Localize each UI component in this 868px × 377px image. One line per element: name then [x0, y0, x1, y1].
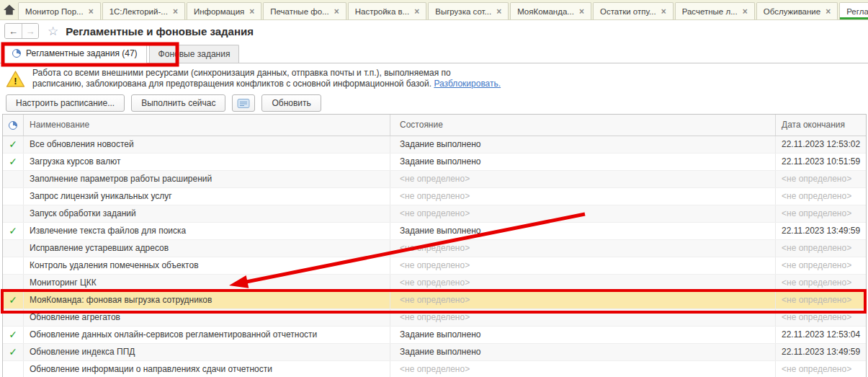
job-name: Запуск обработки заданий — [23, 205, 390, 222]
table-row[interactable]: ✓ Загрузка курсов валют Задание выполнен… — [3, 154, 866, 171]
back-icon: ← — [9, 26, 18, 37]
browser-tab-label: Печатные фо... — [270, 7, 328, 16]
actions-toolbar: Настроить расписание... Выполнить сейчас… — [0, 92, 868, 114]
browser-tab[interactable]: Остатки отпу... × — [593, 2, 674, 19]
close-icon[interactable]: × — [334, 7, 339, 16]
table-row[interactable]: Заполнение параметров работы расширений … — [3, 171, 866, 188]
configure-schedule-button[interactable]: Настроить расписание... — [6, 94, 125, 112]
browser-tab[interactable]: Монитор Пор... × — [18, 2, 101, 19]
column-header-name[interactable]: Наименование — [23, 115, 390, 136]
table-row[interactable]: ✓ Все обновления новостей Задание выполн… — [3, 136, 866, 154]
home-icon — [3, 4, 16, 16]
job-end-date: 22.11.2023 13:49:59 — [775, 344, 866, 360]
table-row[interactable]: Запуск обработки заданий <не определено>… — [3, 205, 866, 223]
browser-tab-label: Монитор Пор... — [25, 7, 84, 16]
browser-tab-label: Информация — [194, 7, 244, 16]
job-status-cell — [3, 361, 23, 377]
job-state: Задание выполнено — [390, 327, 775, 343]
browser-tab[interactable]: Расчетные л... × — [675, 2, 755, 19]
back-button[interactable]: ← — [5, 24, 22, 38]
check-icon: ✓ — [9, 156, 17, 167]
table-body: ✓ Все обновления новостей Задание выполн… — [3, 136, 866, 377]
run-now-button[interactable]: Выполнить сейчас — [131, 94, 225, 112]
tab-scheduled-jobs[interactable]: Регламентные задания (47) — [3, 43, 147, 63]
unlock-link[interactable]: Разблокировать. — [434, 79, 501, 89]
refresh-button[interactable]: Обновить — [261, 94, 321, 112]
close-icon[interactable]: × — [89, 7, 94, 16]
browser-tab[interactable]: Выгрузка сот... × — [428, 2, 509, 19]
job-end-date: 22.11.2023 10:51:59 — [775, 154, 866, 170]
job-status-cell — [3, 257, 23, 274]
journal-icon — [237, 98, 250, 109]
close-icon[interactable]: × — [496, 7, 501, 16]
favorites-star-icon[interactable]: ☆ — [48, 24, 58, 39]
close-icon[interactable]: × — [414, 7, 419, 16]
table-row[interactable]: ✓ Обновление данных онлайн-сервисов регл… — [3, 327, 866, 344]
job-state: Задание выполнено — [390, 154, 775, 170]
job-end-date: <не определено> — [775, 257, 866, 274]
job-name: Загрузка курсов валют — [23, 154, 390, 170]
job-status-cell: ✓ — [3, 292, 23, 309]
job-name: Заполнение параметров работы расширений — [23, 171, 390, 187]
table-row[interactable]: ✓ Извлечение текста файлов для поиска За… — [3, 223, 866, 240]
table-row[interactable]: Контроль удаления помеченных объектов <н… — [3, 257, 866, 275]
job-end-date: 22.11.2023 13:49:59 — [775, 223, 866, 239]
job-name: МояКоманда: фоновая выгрузка сотрудников — [23, 292, 390, 309]
column-header-end-date[interactable]: Дата окончания — [775, 115, 866, 136]
browser-tab[interactable]: Печатные фо... × — [263, 2, 346, 19]
job-status-cell — [3, 240, 23, 257]
browser-tab[interactable]: Информация × — [187, 2, 261, 19]
job-state: <не определено> — [390, 240, 775, 257]
job-status-cell — [3, 275, 23, 291]
job-name: Исправление устаревших адресов — [23, 240, 390, 257]
table-row[interactable]: Исправление устаревших адресов <не опред… — [3, 240, 866, 257]
jobs-table: Наименование Состояние Дата окончания ✓ … — [2, 114, 867, 377]
browser-tab[interactable]: Обслуживание × — [756, 2, 838, 19]
browser-tab-label: Расчетные л... — [682, 7, 738, 16]
column-header-state[interactable]: Состояние — [390, 115, 775, 136]
table-row[interactable]: ✓ Обновление индекса ППД Задание выполне… — [3, 344, 866, 361]
job-end-date: <не определено> — [775, 309, 866, 326]
forward-icon: → — [26, 26, 35, 37]
job-name: Обновление данных онлайн-сервисов реглам… — [23, 327, 390, 343]
job-type-tabs: Регламентные задания (47) Фоновые задани… — [0, 42, 868, 63]
table-row[interactable]: Обновление информации о направлениях сда… — [3, 361, 866, 377]
home-button[interactable] — [3, 0, 16, 19]
close-icon[interactable]: × — [826, 7, 831, 16]
job-state: <не определено> — [390, 257, 775, 274]
close-icon[interactable]: × — [173, 7, 178, 16]
job-end-date: <не определено> — [775, 205, 866, 222]
close-icon[interactable]: × — [661, 7, 666, 16]
column-header-status[interactable] — [3, 115, 23, 136]
warning-banner: ! Работа со всеми внешними ресурсами (си… — [0, 63, 868, 92]
tab-background-jobs[interactable]: Фоновые задания — [149, 45, 240, 63]
browser-tab[interactable]: МояКоманда... × — [510, 2, 591, 19]
job-end-date: 22.11.2023 12:53:02 — [775, 136, 866, 153]
table-row[interactable]: Мониторинг ЦКК <не определено> <не опред… — [3, 275, 866, 292]
forward-button[interactable]: → — [22, 24, 38, 38]
warning-icon: ! — [6, 70, 25, 88]
browser-tab-label: Остатки отпу... — [600, 7, 656, 16]
close-icon[interactable]: × — [579, 7, 584, 16]
job-end-date: <не определено> — [775, 171, 866, 187]
close-icon[interactable]: × — [743, 7, 748, 16]
job-state: Задание выполнено — [390, 344, 775, 360]
job-status-cell — [3, 205, 23, 222]
browser-tab[interactable]: 1С:Лекторий-... × — [102, 2, 185, 19]
job-state: <не определено> — [390, 361, 775, 377]
job-name: Обновление информации о направлениях сда… — [23, 361, 390, 377]
browser-tab[interactable]: Настройка в... × — [348, 2, 427, 19]
job-name: Все обновления новостей — [23, 136, 390, 153]
table-row[interactable]: Обновление агрегатов <не определено> <не… — [3, 309, 866, 327]
table-row[interactable]: Запрос лицензий уникальных услуг <не опр… — [3, 188, 866, 205]
job-end-date: <не определено> — [775, 240, 866, 257]
table-row[interactable]: ✓ МояКоманда: фоновая выгрузка сотрудник… — [3, 292, 866, 309]
job-status-cell — [3, 171, 23, 187]
warning-text: Работа со всеми внешними ресурсами (синх… — [32, 68, 501, 89]
job-status-cell: ✓ — [3, 223, 23, 239]
job-state: <не определено> — [390, 292, 775, 309]
event-log-button[interactable] — [232, 94, 255, 112]
close-icon[interactable]: × — [249, 7, 254, 16]
browser-tab[interactable]: Регламентны... × — [839, 2, 868, 19]
title-bar: ← → ☆ Регламентные и фоновые задания — [0, 20, 868, 42]
